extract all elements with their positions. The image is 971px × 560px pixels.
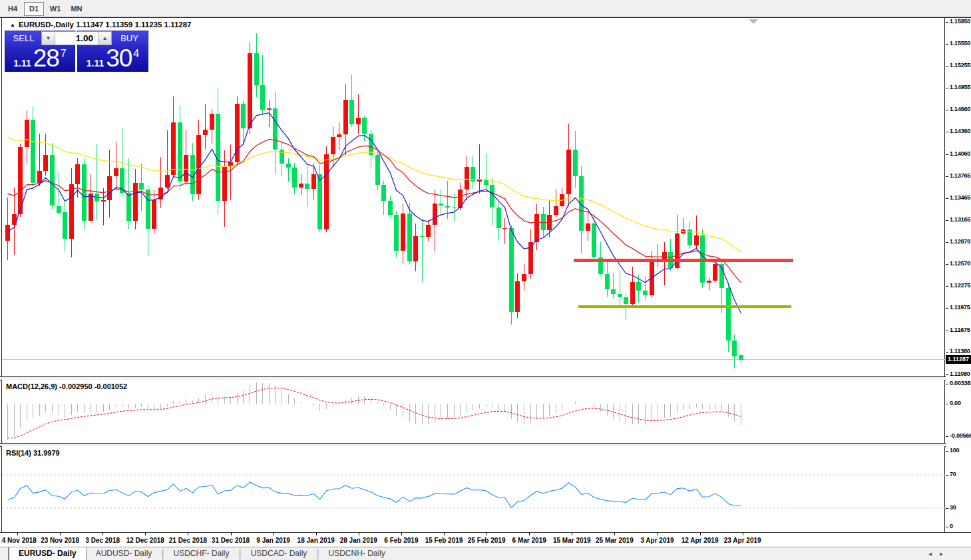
time-axis-tick bbox=[529, 533, 530, 535]
time-axis-label: 3 Apr 2019 bbox=[640, 537, 674, 544]
timeframe-button-d1[interactable]: D1 bbox=[24, 2, 44, 16]
time-axis-label: 15 Mar 2019 bbox=[553, 537, 591, 544]
time-axis-label: 12 Dec 2018 bbox=[126, 537, 164, 544]
time-axis[interactable]: 14 Nov 201823 Nov 20183 Dec 201812 Dec 2… bbox=[1, 533, 945, 547]
tab-usdchf-daily[interactable]: USDCHF- Daily bbox=[164, 547, 239, 560]
sell-price-prefix: 1.11 bbox=[13, 58, 31, 69]
buy-price: 1.11 30 4 bbox=[78, 48, 148, 69]
support-hline[interactable] bbox=[578, 305, 791, 308]
time-axis-tick bbox=[700, 533, 701, 535]
tab-eurusd-daily[interactable]: EURUSD- Daily bbox=[9, 547, 87, 560]
mt4-chart-window: H4D1W1MN ▲EURUSD-,Daily 1.11347 1.11359 … bbox=[0, 0, 971, 560]
price-chart-panel[interactable]: ▲EURUSD-,Daily 1.11347 1.11359 1.11235 1… bbox=[1, 18, 945, 376]
macd-histogram bbox=[8, 382, 741, 439]
timeframe-button-mn[interactable]: MN bbox=[67, 2, 87, 16]
buy-price-prefix: 1.11 bbox=[87, 58, 104, 69]
tab-usdcad-daily[interactable]: USDCAD- Daily bbox=[242, 547, 317, 560]
macd-signal-line bbox=[8, 388, 741, 438]
timeframe-toolbar: H4D1W1MN bbox=[0, 0, 971, 17]
time-axis-tick bbox=[60, 533, 61, 535]
chart-title: ▲EURUSD-,Daily 1.11347 1.11359 1.11235 1… bbox=[10, 21, 192, 29]
candle-bodies bbox=[5, 53, 743, 360]
current-price-tag: 1.11287 bbox=[946, 355, 971, 364]
time-axis-tick bbox=[17, 533, 18, 535]
time-axis-label: 23 Apr 2019 bbox=[724, 537, 761, 544]
timeframe-button-w1[interactable]: W1 bbox=[45, 2, 65, 16]
time-axis-tick bbox=[444, 533, 445, 535]
buy-button[interactable]: BUY bbox=[111, 33, 148, 43]
time-axis-tick bbox=[486, 533, 487, 535]
price-axis[interactable]: 1.11287 1.158501.155501.152551.149551.14… bbox=[946, 18, 971, 532]
time-axis-tick bbox=[614, 533, 615, 535]
time-axis-tick bbox=[316, 533, 317, 535]
tab-scroll-left-icon[interactable]: ◂ bbox=[928, 550, 940, 557]
sell-price-pip: 7 bbox=[61, 48, 67, 60]
rsi-label: RSI(14) 31.9979 bbox=[6, 449, 60, 457]
ma-slow-line bbox=[8, 137, 741, 251]
time-axis-label: 28 Jan 2019 bbox=[340, 537, 377, 544]
tab-audusd-daily[interactable]: AUDUSD- Daily bbox=[87, 547, 162, 560]
tab-scroll-arrows: ◂▸ bbox=[928, 547, 951, 560]
macd-panel[interactable]: MACD(12,26,9) -0.002950 -0.001052 bbox=[1, 380, 945, 443]
volume-spinner: ▼ 1.00 ▲ bbox=[41, 31, 112, 45]
volume-decrease-button[interactable]: ▼ bbox=[42, 32, 55, 45]
time-axis-tick bbox=[274, 533, 274, 535]
tab-scroll-right-icon[interactable]: ▸ bbox=[940, 550, 951, 557]
time-axis-label: 12 Apr 2019 bbox=[681, 537, 719, 544]
time-axis-tick bbox=[102, 533, 103, 535]
time-axis-label: 14 Nov 2018 bbox=[1, 537, 37, 544]
sell-button[interactable]: SELL bbox=[5, 33, 42, 43]
time-axis-label: 23 Nov 2018 bbox=[41, 537, 79, 544]
time-axis-label: 6 Feb 2019 bbox=[384, 537, 418, 544]
chart-tab-bar: EURUSD- DailyAUDUSD- Daily|USDCHF- Daily… bbox=[0, 547, 971, 560]
rsi-plot bbox=[2, 446, 946, 532]
tab-usdcnh-daily[interactable]: USDCNH- Daily bbox=[319, 547, 395, 560]
symbol-ohlc-text: EURUSD-,Daily 1.11347 1.11359 1.11235 1.… bbox=[19, 21, 192, 29]
time-axis-label: 6 Mar 2019 bbox=[512, 537, 546, 544]
time-axis-label: 31 Dec 2018 bbox=[212, 537, 250, 544]
time-axis-label: 21 Dec 2018 bbox=[169, 537, 207, 544]
time-axis-tick bbox=[359, 533, 359, 535]
time-axis-tick bbox=[188, 533, 188, 535]
time-axis-tick bbox=[401, 533, 402, 535]
rsi-line bbox=[8, 482, 741, 507]
time-axis-label: 25 Mar 2019 bbox=[596, 537, 634, 544]
chart-shift-marker-icon[interactable] bbox=[749, 19, 758, 24]
time-axis-tick bbox=[145, 533, 146, 535]
buy-price-pip: 4 bbox=[133, 48, 139, 60]
resistance-hline[interactable] bbox=[574, 259, 793, 262]
time-axis-tick bbox=[231, 533, 232, 535]
rsi-panel[interactable]: RSI(14) 31.9979 bbox=[1, 446, 945, 532]
macd-label: MACD(12,26,9) -0.002950 -0.001052 bbox=[6, 382, 127, 390]
sell-price-main: 28 bbox=[33, 48, 59, 69]
timeframe-button-h4[interactable]: H4 bbox=[3, 2, 23, 16]
one-click-trading-panel: SELL 1.11 28 7 BUY 1.11 30 4 ▼ 1.00 ▲ bbox=[5, 31, 148, 72]
buy-price-main: 30 bbox=[106, 48, 132, 69]
time-axis-label: 3 Dec 2018 bbox=[85, 537, 120, 544]
time-axis-tick bbox=[743, 533, 743, 535]
time-axis-tick bbox=[572, 533, 572, 535]
tab-bar-lead-divider bbox=[0, 547, 9, 560]
macd-plot bbox=[2, 380, 946, 443]
volume-input[interactable]: 1.00 bbox=[55, 32, 98, 45]
candle-wicks bbox=[8, 33, 741, 368]
collapse-arrow-icon[interactable]: ▲ bbox=[10, 22, 15, 28]
time-axis-label: 18 Jan 2019 bbox=[297, 537, 335, 544]
volume-increase-button[interactable]: ▲ bbox=[98, 32, 111, 45]
time-axis-label: 15 Feb 2019 bbox=[425, 537, 463, 544]
time-axis-tick bbox=[658, 533, 658, 535]
sell-price: 1.11 28 7 bbox=[5, 48, 75, 69]
time-axis-label: 25 Feb 2019 bbox=[468, 537, 506, 544]
time-axis-label: 9 Jan 2019 bbox=[256, 537, 290, 544]
